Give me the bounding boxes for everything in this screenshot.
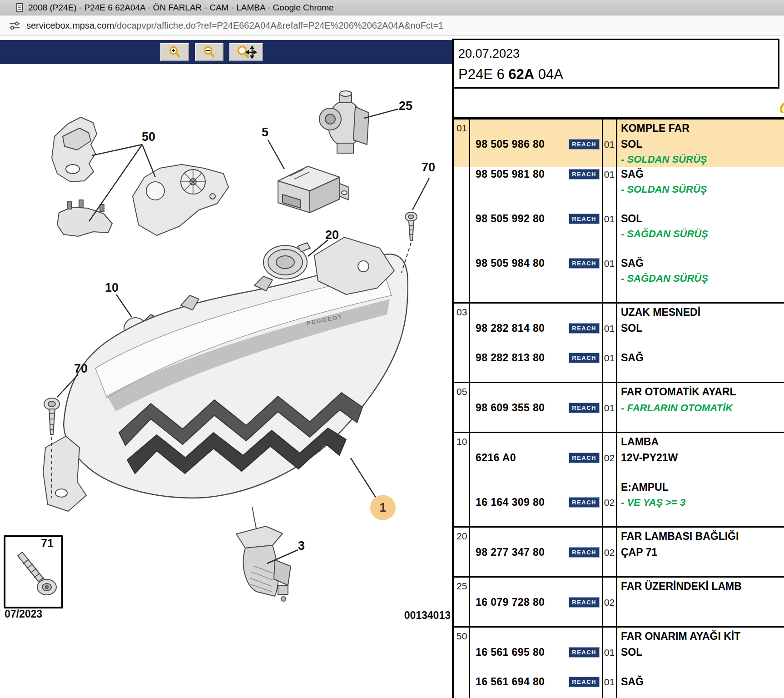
address-bar[interactable]: servicebox.mpsa.com/docapvpr/affiche.do?… [0,15,784,36]
description-note: - SAĞDAN SÜRÜŞ [621,228,708,240]
text-row: 01KOMPLE FAR [454,120,784,137]
row-index-cell [454,510,470,526]
part-row[interactable]: 98 505 984 80REACH01SAĞ [454,256,784,271]
part-number-cell: 16 164 309 80REACH [470,495,603,510]
part-row[interactable]: 98 505 981 80REACH01SAĞ [454,167,784,182]
quantity-cell: 01 [603,350,617,365]
hotspot-label-1-selected[interactable]: 1 [370,495,396,520]
part-number-cell [470,660,603,674]
reach-badge[interactable]: REACH [569,497,600,508]
reach-badge[interactable]: REACH [569,597,600,608]
reach-badge[interactable]: REACH [569,258,600,269]
hotspot-label-25[interactable]: 25 [399,100,412,112]
part-number-cell [470,689,603,698]
quantity-cell: 01 [603,137,617,152]
reach-badge[interactable]: REACH [569,139,600,150]
row-index-cell [454,689,470,698]
part-number: 16 164 309 80 [476,496,545,509]
hotspot-label-20[interactable]: 20 [325,229,339,241]
quantity-cell: 01 [603,211,617,226]
row-index-cell [454,415,470,432]
part-number-cell [470,415,603,432]
part-number-cell: 98 505 986 80REACH [470,137,603,152]
part-number-cell [470,578,603,595]
row-index-cell [454,674,470,689]
window-title: 2008 (P24E) - P24E 6 62A04A - ÖN FARLAR … [28,3,334,13]
part-row[interactable]: 98 277 347 80REACH02ÇAP 71 [454,545,784,560]
reach-badge[interactable]: REACH [569,453,600,463]
hotspot-label-5[interactable]: 5 [262,126,268,139]
description-cell: KOMPLE FAR [617,120,784,137]
description-cell: - VE YAŞ >= 3 [617,495,784,510]
hotspot-label-70-right[interactable]: 70 [422,161,435,174]
part-number: 16 561 694 80 [476,676,545,688]
row-index-cell [454,137,470,152]
part-row[interactable]: 98 282 813 80REACH01SAĞ [454,350,784,365]
document-header-box: 20.07.2023 P24E 6 62A 04A [454,39,779,89]
quantity-cell [603,660,617,674]
reach-badge[interactable]: REACH [569,677,600,687]
quantity-cell [603,628,617,645]
hotspot-label-3[interactable]: 3 [298,540,305,552]
site-info-icon[interactable] [9,20,20,31]
part-number-cell [470,510,603,526]
quantity-cell: 01 [603,674,617,689]
description-text: FAR OTOMATİK AYARL [621,386,736,398]
part-number-cell: 16 561 695 80REACH [470,645,603,660]
description-cell: FAR OTOMATİK AYARL [617,383,784,400]
quantity-cell [603,383,617,400]
part-number-cell [470,610,603,626]
row-index-cell [454,167,470,182]
row-index-cell [454,560,470,576]
reach-badge[interactable]: REACH [569,169,600,179]
part-row[interactable]: 16 561 695 80REACH01SOL [454,645,784,660]
reach-badge[interactable]: REACH [569,403,600,413]
parts-group-50: 50FAR ONARIM AYAĞI KİT16 561 695 80REACH… [454,626,784,698]
parts-group-05: 05FAR OTOMATİK AYARL98 609 355 80REACH01… [454,382,784,432]
hotspot-label-10[interactable]: 10 [105,282,119,294]
reach-badge[interactable]: REACH [569,214,600,224]
part-row[interactable]: 16 079 728 80REACH02 [454,595,784,610]
reach-badge[interactable]: REACH [569,647,600,658]
description-note: - SOLDAN SÜRÜŞ [621,154,707,165]
reach-badge[interactable]: REACH [569,547,600,558]
quantity-cell [603,578,617,595]
part-row[interactable]: 98 505 986 80REACH01SOL [454,137,784,152]
description-cell: FAR ONARIM AYAĞI KİT [617,628,784,645]
part-number-cell: 16 561 694 80REACH [470,674,603,689]
parts-diagram-drawing: PEUGEOT [0,36,452,698]
part-row[interactable]: 16 164 309 80REACH02- VE YAŞ >= 3 [454,495,784,510]
part-number-cell [470,271,603,286]
part-row[interactable]: 98 609 355 80REACH01- FARLARIN OTOMATİK [454,400,784,415]
quantity-cell [603,182,617,197]
hotspot-label-50[interactable]: 50 [142,131,155,143]
part-row[interactable]: 98 282 814 80REACH01SOL [454,321,784,336]
reach-badge[interactable]: REACH [569,323,600,334]
part-row[interactable]: 6216 A0REACH0212V-PY21W [454,450,784,465]
quantity-cell [603,560,617,576]
text-row: 20FAR LAMBASI BAĞLIĞI [454,528,784,545]
spacer-row [454,286,784,302]
description-text: 12V-PY21W [621,452,678,464]
description-cell: FAR ÜZERİNDEKİ LAMB [617,578,784,595]
part-number-cell [470,528,603,545]
description-text: FAR ONARIM AYAĞI KİT [621,630,740,643]
part-row[interactable]: 16 561 694 80REACH01SAĞ [454,674,784,689]
description-text: UZAK MESNEDİ [621,306,700,319]
description-text: FAR ÜZERİNDEKİ LAMB [621,580,742,593]
parts-group-01: 01KOMPLE FAR98 505 986 80REACH01SOL- SOL… [454,120,784,302]
row-index-cell [454,450,470,465]
row-index-cell [454,211,470,226]
quantity-cell: 01 [603,256,617,271]
text-row: 03UZAK MESNEDİ [454,304,784,321]
reach-badge[interactable]: REACH [569,353,600,363]
row-index-cell [454,336,470,350]
part-number: 98 505 981 80 [476,168,545,180]
quantity-cell [603,241,617,256]
url-text: servicebox.mpsa.com/docapvpr/affiche.do?… [26,20,443,31]
quantity-cell [603,480,617,495]
part-number: 98 277 347 80 [476,546,545,558]
hotspot-label-70-left[interactable]: 70 [74,363,88,375]
part-row[interactable]: 98 505 992 80REACH01SOL [454,211,784,226]
parts-list-panel: 20.07.2023 P24E 6 62A 04A 01KOMPLE FAR98… [452,39,784,698]
